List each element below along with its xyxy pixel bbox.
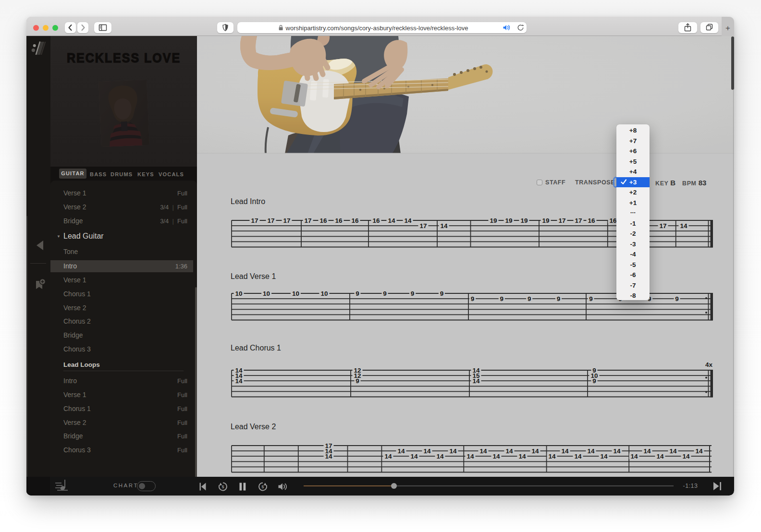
svg-text:14: 14 (680, 222, 687, 230)
svg-text:14: 14 (669, 447, 677, 455)
svg-text:14: 14 (574, 453, 582, 460)
svg-text:Lead Verse 2: Lead Verse 2 (231, 423, 276, 431)
svg-text:9: 9 (471, 295, 475, 302)
svg-text:14: 14 (587, 447, 595, 455)
svg-text:16: 16 (319, 217, 327, 224)
svg-text:10: 10 (235, 290, 242, 297)
svg-text:17: 17 (659, 222, 666, 230)
svg-text:9: 9 (592, 377, 596, 385)
svg-text:14: 14 (531, 447, 539, 455)
svg-text:14: 14 (561, 447, 569, 455)
svg-text:17: 17 (419, 222, 427, 230)
svg-text:14: 14 (440, 222, 448, 230)
svg-text:14: 14 (384, 453, 392, 460)
svg-text:17: 17 (283, 217, 290, 224)
svg-text:16: 16 (372, 217, 380, 224)
svg-text:17: 17 (558, 217, 565, 224)
svg-text:9: 9 (356, 290, 359, 297)
svg-text:9: 9 (500, 295, 504, 302)
svg-text:17: 17 (304, 217, 311, 224)
svg-text:14: 14 (630, 453, 638, 460)
svg-text:14: 14 (423, 447, 431, 455)
svg-text:14: 14 (235, 377, 243, 385)
svg-text:9: 9 (675, 295, 679, 302)
svg-text:Lead Verse 1: Lead Verse 1 (231, 272, 276, 280)
svg-text:19: 19 (542, 217, 549, 224)
svg-text:19: 19 (505, 217, 512, 224)
svg-text:17: 17 (251, 217, 258, 224)
svg-text:14: 14 (682, 453, 690, 460)
svg-text:17: 17 (575, 217, 582, 224)
svg-text:14: 14 (518, 453, 526, 460)
svg-text:19: 19 (520, 217, 528, 224)
svg-text:5: 5 (221, 484, 224, 489)
svg-text:16: 16 (588, 217, 595, 224)
svg-text:Lead Intro: Lead Intro (231, 197, 265, 206)
svg-text:17: 17 (267, 217, 274, 224)
svg-text:16: 16 (335, 217, 343, 224)
svg-text:9: 9 (440, 290, 444, 297)
svg-text:5: 5 (261, 484, 264, 489)
svg-text:9: 9 (411, 290, 415, 297)
svg-text:9: 9 (356, 377, 359, 385)
svg-text:9: 9 (557, 295, 561, 302)
svg-text:14: 14 (643, 447, 651, 455)
svg-text:14: 14 (436, 453, 444, 460)
svg-text:14: 14 (397, 447, 405, 455)
svg-text:14: 14 (325, 453, 332, 460)
svg-text:9: 9 (528, 295, 531, 302)
svg-text:9: 9 (589, 295, 593, 302)
svg-text:14: 14 (548, 453, 556, 460)
svg-text:14: 14 (613, 447, 621, 455)
svg-text:14: 14 (479, 447, 487, 455)
svg-text:16: 16 (351, 217, 359, 224)
svg-text:14: 14 (472, 377, 480, 385)
svg-text:19: 19 (490, 217, 497, 224)
svg-text:14: 14 (505, 447, 513, 455)
svg-text:4x: 4x (705, 361, 713, 368)
svg-text:14: 14 (600, 453, 608, 460)
svg-text:14: 14 (656, 453, 664, 460)
svg-text:10: 10 (292, 290, 299, 297)
svg-text:14: 14 (492, 453, 500, 460)
svg-text:14: 14 (695, 447, 703, 455)
svg-text:14: 14 (404, 217, 412, 224)
svg-text:14: 14 (388, 217, 395, 224)
svg-text:14: 14 (410, 453, 418, 460)
svg-text:10: 10 (263, 290, 270, 297)
svg-text:Lead Chorus 1: Lead Chorus 1 (231, 344, 281, 352)
svg-text:10: 10 (320, 290, 328, 297)
svg-text:9: 9 (383, 290, 387, 297)
svg-text:16: 16 (609, 217, 617, 224)
svg-text:14: 14 (449, 447, 457, 455)
svg-text:14: 14 (466, 453, 474, 460)
